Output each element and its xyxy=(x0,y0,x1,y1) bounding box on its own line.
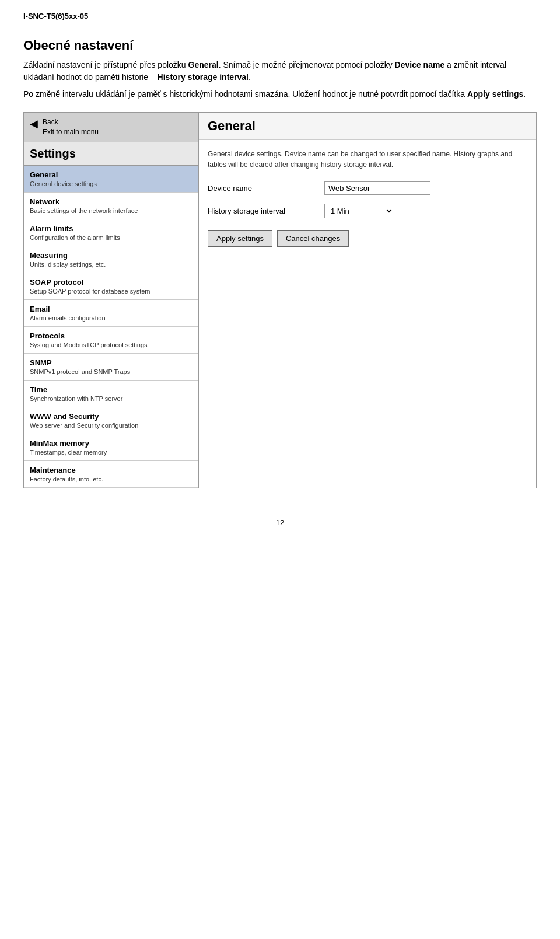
sidebar-item-title: SOAP protocol xyxy=(30,278,192,287)
sidebar-item-maintenance[interactable]: MaintenanceFactory defaults, info, etc. xyxy=(24,461,198,488)
back-arrow-icon: ◀ xyxy=(30,118,38,129)
section-title: Obecné nastavení xyxy=(23,38,537,53)
device-name-value xyxy=(324,181,527,195)
sidebar-item-minmax-memory[interactable]: MinMax memoryTimestamps, clear memory xyxy=(24,434,198,461)
device-name-label: Device name xyxy=(208,184,324,193)
sidebar-item-subtitle: SNMPv1 protocol and SNMP Traps xyxy=(30,368,192,375)
sidebar-item-subtitle: Timestamps, clear memory xyxy=(30,449,192,456)
main-content: General General device settings. Device … xyxy=(199,113,536,488)
history-interval-label: History storage interval xyxy=(208,207,324,215)
sidebar-item-subtitle: Web server and Security configuration xyxy=(30,422,192,429)
button-row: Apply settings Cancel changes xyxy=(208,230,527,247)
sidebar-item-subtitle: Basic settings of the network interface xyxy=(30,207,192,214)
sidebar-item-title: WWW and Security xyxy=(30,412,192,421)
sidebar: ◀ Back Exit to main menu Settings Genera… xyxy=(24,113,199,488)
sidebar-item-title: General xyxy=(30,170,192,179)
sidebar-item-www-and-security[interactable]: WWW and SecurityWeb server and Security … xyxy=(24,407,198,434)
sidebar-item-subtitle: Units, display settings, etc. xyxy=(30,261,192,268)
sidebar-items-container: GeneralGeneral device settingsNetworkBas… xyxy=(24,166,198,488)
page-footer: 12 xyxy=(23,512,537,527)
sidebar-item-network[interactable]: NetworkBasic settings of the network int… xyxy=(24,193,198,219)
sidebar-item-soap-protocol[interactable]: SOAP protocolSetup SOAP protocol for dat… xyxy=(24,273,198,300)
sidebar-item-email[interactable]: EmailAlarm emails configuration xyxy=(24,300,198,327)
cancel-changes-button[interactable]: Cancel changes xyxy=(277,230,349,247)
sidebar-item-subtitle: General device settings xyxy=(30,180,192,187)
main-body: General device settings. Device name can… xyxy=(199,140,536,256)
sidebar-item-general[interactable]: GeneralGeneral device settings xyxy=(24,166,198,193)
sidebar-item-title: SNMP xyxy=(30,358,192,367)
sidebar-item-title: Protocols xyxy=(30,331,192,340)
sidebar-item-title: Time xyxy=(30,385,192,394)
sidebar-item-title: Network xyxy=(30,197,192,206)
history-interval-select-wrapper: 1 Min 5 Min 10 Min 15 Min 30 Min 60 Min xyxy=(324,204,527,218)
sidebar-item-subtitle: Configuration of the alarm limits xyxy=(30,234,192,241)
sidebar-item-subtitle: Alarm emails configuration xyxy=(30,315,192,322)
sidebar-item-alarm-limits[interactable]: Alarm limitsConfiguration of the alarm l… xyxy=(24,219,198,246)
page-header: I-SNC-T5(6)5xx-05 xyxy=(23,12,537,20)
intro-paragraph-1: Základní nastavení je přístupné přes pol… xyxy=(23,59,537,83)
sidebar-item-title: Alarm limits xyxy=(30,224,192,233)
apply-settings-button[interactable]: Apply settings xyxy=(208,230,272,247)
main-content-title: General xyxy=(199,113,536,140)
sidebar-item-title: Maintenance xyxy=(30,466,192,474)
sidebar-item-subtitle: Factory defaults, info, etc. xyxy=(30,476,192,483)
back-button[interactable]: ◀ Back Exit to main menu xyxy=(24,113,198,142)
sidebar-item-measuring[interactable]: MeasuringUnits, display settings, etc. xyxy=(24,246,198,273)
device-name-input[interactable] xyxy=(324,181,430,195)
back-label-line2: Exit to main menu xyxy=(43,127,99,137)
ui-container: ◀ Back Exit to main menu Settings Genera… xyxy=(23,112,537,488)
history-interval-value: 1 Min 5 Min 10 Min 15 Min 30 Min 60 Min xyxy=(324,204,527,218)
sidebar-item-title: Measuring xyxy=(30,251,192,260)
main-info-text: General device settings. Device name can… xyxy=(208,149,527,170)
sidebar-item-time[interactable]: TimeSynchronization with NTP server xyxy=(24,381,198,407)
sidebar-item-protocols[interactable]: ProtocolsSyslog and ModbusTCP protocol s… xyxy=(24,327,198,354)
device-name-row: Device name xyxy=(208,181,527,195)
history-interval-row: History storage interval 1 Min 5 Min 10 … xyxy=(208,204,527,218)
intro-paragraph-2: Po změně intervalu ukládání je paměť s h… xyxy=(23,88,537,100)
sidebar-item-subtitle: Synchronization with NTP server xyxy=(30,395,192,402)
sidebar-item-subtitle: Syslog and ModbusTCP protocol settings xyxy=(30,341,192,348)
back-label-line1: Back xyxy=(43,117,99,127)
sidebar-item-title: Email xyxy=(30,305,192,313)
sidebar-settings-header: Settings xyxy=(24,142,198,166)
sidebar-item-snmp[interactable]: SNMPSNMPv1 protocol and SNMP Traps xyxy=(24,354,198,381)
sidebar-item-title: MinMax memory xyxy=(30,439,192,448)
history-interval-select[interactable]: 1 Min 5 Min 10 Min 15 Min 30 Min 60 Min xyxy=(324,204,394,218)
sidebar-item-subtitle: Setup SOAP protocol for database system xyxy=(30,288,192,295)
